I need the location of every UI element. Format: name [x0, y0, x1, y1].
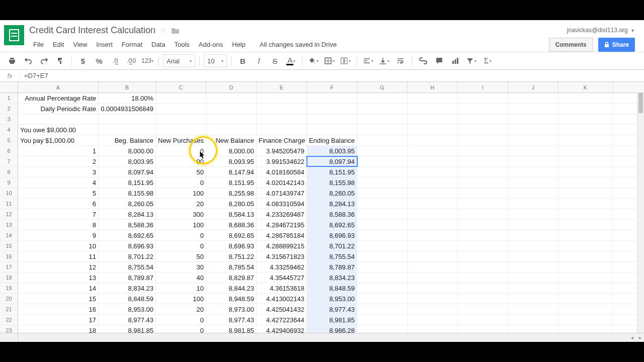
folder-icon[interactable] [172, 27, 180, 34]
cell[interactable] [458, 135, 508, 145]
cell[interactable] [357, 251, 408, 261]
cell[interactable]: 8,696.93 [99, 241, 156, 251]
cell[interactable]: 8,284.13 [99, 209, 156, 219]
menu-insert[interactable]: Insert [92, 39, 117, 50]
italic-icon[interactable]: I [252, 54, 266, 68]
font-select[interactable]: Arial▾ [163, 54, 195, 67]
cell[interactable] [357, 241, 408, 251]
cell[interactable] [156, 114, 206, 124]
cell[interactable] [357, 167, 408, 177]
cell[interactable] [458, 114, 508, 124]
cell[interactable]: 0 [156, 177, 206, 188]
cell[interactable] [408, 104, 458, 114]
cell[interactable] [558, 304, 613, 314]
cell[interactable]: 8,696.93 [307, 230, 357, 240]
cell[interactable]: 4.36153618 [257, 283, 307, 293]
cell[interactable]: 8,829.87 [206, 273, 257, 283]
cell[interactable] [257, 104, 307, 114]
cell[interactable] [508, 199, 558, 209]
cell[interactable]: You owe $9,000.00 [18, 125, 99, 135]
cell[interactable]: 8,155.98 [99, 188, 156, 198]
cell[interactable] [458, 156, 508, 166]
formula-input[interactable] [20, 71, 644, 80]
bold-icon[interactable]: B [235, 54, 250, 68]
cell[interactable] [357, 220, 408, 230]
cell[interactable]: 3.945205479 [257, 146, 307, 156]
cell[interactable] [508, 209, 558, 219]
cell[interactable] [458, 262, 508, 272]
percent-icon[interactable]: % [92, 54, 106, 68]
user-email[interactable]: jnavickas@dist113.org ▼ [567, 27, 635, 34]
cell[interactable]: 8,000.00 [99, 146, 156, 156]
cell[interactable] [257, 114, 307, 124]
filter-icon[interactable]: ▾ [464, 54, 478, 68]
cell[interactable]: 8,755.54 [99, 262, 156, 272]
cell[interactable]: 8,147.94 [206, 167, 257, 177]
cell[interactable] [458, 251, 508, 261]
cell[interactable]: 8,848.59 [307, 283, 357, 293]
cell[interactable] [458, 177, 508, 188]
cell[interactable]: 0 [156, 241, 206, 251]
cell[interactable] [408, 315, 458, 325]
row-header[interactable]: 10 [0, 188, 18, 198]
cell[interactable]: 8,953.00 [307, 294, 357, 304]
cell[interactable]: 8,151.95 [99, 177, 156, 188]
undo-icon[interactable] [21, 54, 35, 68]
text-color-icon[interactable]: A ▾ [284, 54, 298, 68]
cell[interactable] [458, 283, 508, 293]
cell[interactable] [408, 167, 458, 177]
cell[interactable] [357, 177, 408, 188]
cell[interactable] [357, 283, 408, 293]
cell[interactable]: 2 [18, 156, 99, 166]
cell[interactable]: 8,000.00 [206, 146, 257, 156]
cell[interactable] [508, 93, 558, 103]
cell[interactable] [558, 273, 613, 283]
cell[interactable] [558, 283, 613, 293]
cell[interactable] [558, 104, 613, 114]
row-header[interactable]: 22 [0, 315, 18, 325]
halign-icon[interactable]: ▾ [361, 54, 375, 68]
cell[interactable] [408, 93, 458, 103]
cell[interactable]: 8,097.94 [307, 156, 357, 166]
cell[interactable]: 4.083310594 [257, 199, 307, 209]
cell[interactable] [357, 104, 408, 114]
cell[interactable] [558, 135, 613, 145]
fill-color-icon[interactable]: ▾ [306, 54, 320, 68]
cell[interactable]: 4.33259462 [257, 262, 307, 272]
cell[interactable]: 8,751.22 [206, 251, 257, 261]
cell[interactable] [558, 125, 613, 135]
cell[interactable] [357, 294, 408, 304]
cell[interactable]: 4.286785184 [257, 230, 307, 240]
cell[interactable] [307, 93, 357, 103]
cell[interactable] [558, 315, 613, 325]
cell[interactable]: 4 [18, 177, 99, 188]
cell[interactable]: 6 [18, 199, 99, 209]
chart-icon[interactable] [448, 54, 462, 68]
cell[interactable]: 17 [18, 315, 99, 325]
cell[interactable]: 8,692.65 [99, 230, 156, 240]
cell[interactable]: 8,953.00 [99, 304, 156, 314]
col-header[interactable]: C [156, 82, 206, 93]
cell[interactable] [357, 135, 408, 145]
cell[interactable]: 0 [156, 325, 206, 333]
row-header[interactable]: 16 [0, 251, 18, 261]
cell[interactable]: 1 [18, 146, 99, 156]
cell[interactable]: You pay $1,000.00 [18, 135, 99, 145]
cell[interactable]: 8,155.98 [307, 177, 357, 188]
col-header[interactable]: A [18, 82, 99, 93]
dec-decrease-icon[interactable]: .0̲ [108, 54, 122, 68]
cell[interactable] [357, 93, 408, 103]
menu-edit[interactable]: Edit [49, 39, 68, 50]
col-header[interactable]: F [307, 82, 357, 93]
cell[interactable]: 20 [156, 199, 206, 209]
cell[interactable]: 8,003.95 [307, 146, 357, 156]
cell[interactable]: 8,948.59 [206, 294, 257, 304]
cell[interactable]: Beg. Balance [99, 135, 156, 145]
cell[interactable]: 8,977.43 [206, 315, 257, 325]
cell[interactable]: 8,280.05 [206, 199, 257, 209]
cell[interactable] [558, 325, 613, 333]
row-header[interactable]: 21 [0, 304, 18, 314]
cell[interactable]: 8,260.05 [99, 199, 156, 209]
cell[interactable]: 8,785.54 [206, 262, 257, 272]
cell[interactable]: 8,097.94 [99, 167, 156, 177]
